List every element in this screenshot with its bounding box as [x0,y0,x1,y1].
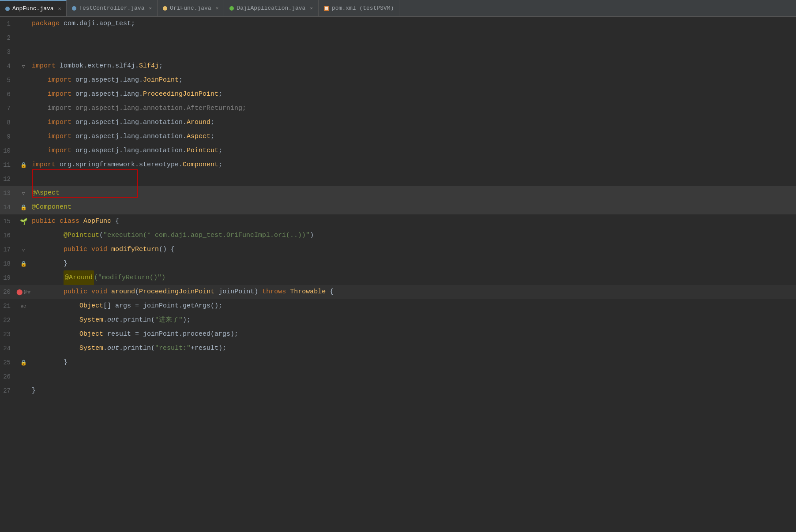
linenum-15: 15 [0,214,15,229]
tab-orifunc[interactable]: OriFunc.java ✕ [158,0,224,17]
line-2: 2 [0,31,796,45]
line-5: 5 import org.aspectj.lang.JoinPoint; [0,73,796,87]
lineicons-15: 🌱 [15,214,32,229]
line-14: 14 🔒 @Component [0,200,796,214]
gutter-23: 23 [0,327,32,341]
linenum-25: 25 [0,356,15,370]
line-6: 6 import org.aspectj.lang.ProceedingJoin… [0,87,796,101]
linenum-4: 4 [0,59,15,73]
fold-icon-17[interactable]: ▽ [22,247,25,253]
lineicons-1 [15,17,32,31]
linenum-23: 23 [0,327,15,341]
linenum-11: 11 [0,158,15,172]
linenum-5: 5 [0,73,15,87]
tab-label-orifunc: OriFunc.java [170,5,211,11]
linecontent-5: import org.aspectj.lang.JoinPoint; [32,73,183,87]
linecontent-7: import org.aspectj.lang.annotation.After… [32,101,246,116]
linecontent-20: public void around(ProceedingJoinPoint j… [32,285,334,299]
line-7: 7 import org.aspectj.lang.annotation.Aft… [0,101,796,116]
ac-label-21: ac [21,304,26,309]
line-13: 13 ▽ @Aspect [0,186,796,200]
linecontent-4: import lombok.extern.slf4j.Slf4j; [32,59,163,73]
linenum-16: 16 [0,229,15,243]
gutter-18: 18 🔒 [0,257,32,271]
linecontent-14: @Component [32,200,71,214]
linecontent-21: Object[] args = joinPoint.getArgs(); [32,299,222,313]
linecontent-23: Object result = joinPoint.proceed(args); [32,327,238,341]
gutter-7: 7 [0,101,32,116]
tab-close-orifunc[interactable]: ✕ [216,5,219,11]
lock-icon-25: 🔒 [20,360,27,366]
tab-close-dajiapp[interactable]: ✕ [310,5,313,11]
around-highlight: @Around [64,270,94,285]
lineicons-8 [15,116,32,130]
fold-icon-4[interactable]: ▽ [22,64,25,69]
linecontent-1: package com.daji.aop_test; [32,17,135,31]
gutter-22: 22 [0,313,32,327]
line-24: 24 System.out.println("result:"+result); [0,341,796,356]
lineicons-17: ▽ [15,243,32,257]
editor: 1 package com.daji.aop_test; 2 3 4 [0,17,796,532]
gutter-16: 16 [0,229,32,243]
at-icon-20: @ [24,290,26,295]
linenum-19: 19 [0,271,15,285]
linenum-18: 18 [0,257,15,271]
lineicons-24 [15,341,32,356]
tab-dot-orifunc [163,6,167,11]
line-23: 23 Object result = joinPoint.proceed(arg… [0,327,796,341]
tab-testcontroller[interactable]: TestController.java ✕ [67,0,158,17]
linenum-10: 10 [0,144,15,158]
linecontent-18: } [32,257,68,271]
line-12: 12 [0,172,796,186]
gutter-27: 27 [0,384,32,398]
linenum-12: 12 [0,172,15,186]
debug-icon-20[interactable]: ⬤ [16,288,23,296]
linecontent-6: import org.aspectj.lang.ProceedingJoinPo… [32,87,222,101]
gutter-8: 8 [0,116,32,130]
gutter-25: 25 🔒 [0,356,32,370]
tab-dot-aopfunc [5,7,10,11]
linecontent-22: System.out.println("进来了"); [32,313,191,327]
linenum-24: 24 [0,341,15,356]
lock-icon-11: 🔒 [20,162,27,169]
lineicons-25: 🔒 [15,356,32,370]
tab-pomxml[interactable]: m pom.xml (testPSVM) [319,0,399,17]
lineicons-7 [15,101,32,116]
lineicons-26 [15,370,32,384]
lineicons-2 [15,31,32,45]
lineicons-12 [15,172,32,186]
linenum-17: 17 [0,243,15,257]
gutter-21: 21 ac [0,299,32,313]
gutter-5: 5 [0,73,32,87]
gutter-3: 3 [0,45,32,59]
line-25: 25 🔒 } [0,356,796,370]
linenum-27: 27 [0,384,15,398]
linecontent-13: @Aspect [32,186,60,200]
tab-close-testcontroller[interactable]: ✕ [149,5,152,11]
lock-icon-14: 🔒 [20,204,27,211]
gutter-14: 14 🔒 [0,200,32,214]
lineicons-20: ⬤ @ ▽ [15,285,32,299]
tab-aopfunc[interactable]: AopFunc.java ✕ [0,0,67,17]
linenum-20: 20 [0,285,15,299]
tab-label-dajiapp: DajiApplication.java [237,5,305,11]
gutter-13: 13 ▽ [0,186,32,200]
linecontent-15: public class AopFunc { [32,214,119,229]
lineicons-3 [15,45,32,59]
lineicons-13: ▽ [15,186,32,200]
line-27: 27 } [0,384,796,398]
line-11: 11 🔒 import org.springframework.stereoty… [0,158,796,172]
tab-dajiapp[interactable]: DajiApplication.java ✕ [224,0,319,17]
tab-close-aopfunc[interactable]: ✕ [58,6,61,11]
gutter-9: 9 [0,130,32,144]
fold-icon-20[interactable]: ▽ [27,289,30,295]
lineicons-11: 🔒 [15,158,32,172]
line-20: 20 ⬤ @ ▽ public void around(ProceedingJo… [0,285,796,299]
line-17: 17 ▽ public void modifyReturn() { [0,243,796,257]
linenum-13: 13 [0,186,15,200]
lineicons-19 [15,271,32,285]
fold-icon-13[interactable]: ▽ [22,191,25,196]
lineicons-18: 🔒 [15,257,32,271]
lineicons-14: 🔒 [15,200,32,214]
lineicons-10 [15,144,32,158]
